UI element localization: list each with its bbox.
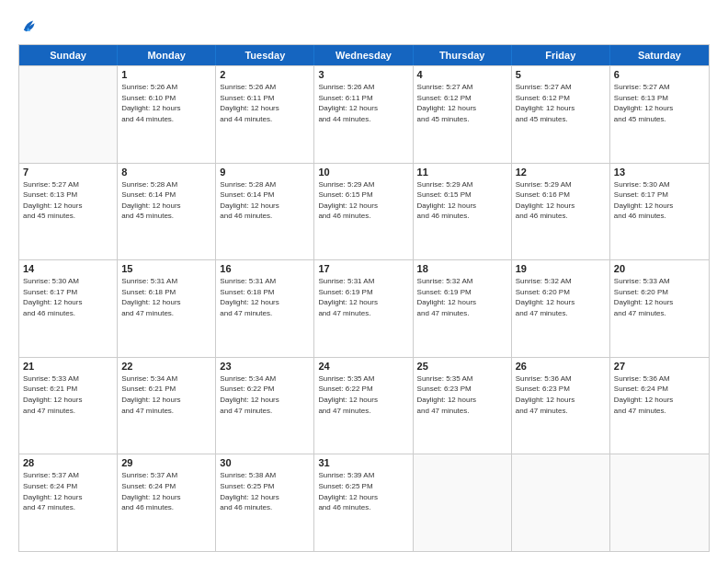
day-info: Sunrise: 5:36 AM Sunset: 6:24 PM Dayligh…	[614, 373, 705, 416]
cal-week-3: 14Sunrise: 5:30 AM Sunset: 6:17 PM Dayli…	[19, 259, 709, 357]
calendar-body: 1Sunrise: 5:26 AM Sunset: 6:10 PM Daylig…	[19, 65, 709, 551]
day-info: Sunrise: 5:36 AM Sunset: 6:23 PM Dayligh…	[516, 373, 606, 416]
cal-cell: 3Sunrise: 5:26 AM Sunset: 6:11 PM Daylig…	[314, 66, 413, 163]
cal-week-2: 7Sunrise: 5:27 AM Sunset: 6:13 PM Daylig…	[19, 163, 709, 260]
page: SundayMondayTuesdayWednesdayThursdayFrid…	[0, 0, 728, 563]
day-info: Sunrise: 5:27 AM Sunset: 6:12 PM Dayligh…	[516, 82, 606, 124]
day-info: Sunrise: 5:29 AM Sunset: 6:15 PM Dayligh…	[417, 179, 507, 222]
day-number: 26	[516, 361, 606, 372]
cal-cell: 21Sunrise: 5:33 AM Sunset: 6:21 PM Dayli…	[19, 358, 118, 454]
day-info: Sunrise: 5:28 AM Sunset: 6:14 PM Dayligh…	[121, 179, 211, 222]
day-info: Sunrise: 5:34 AM Sunset: 6:21 PM Dayligh…	[121, 373, 211, 416]
day-number: 16	[220, 263, 310, 274]
header	[18, 17, 710, 37]
day-info: Sunrise: 5:30 AM Sunset: 6:17 PM Dayligh…	[614, 179, 705, 222]
cal-cell: 14Sunrise: 5:30 AM Sunset: 6:17 PM Dayli…	[19, 260, 118, 357]
logo-bird-icon	[18, 17, 39, 37]
day-info: Sunrise: 5:31 AM Sunset: 6:19 PM Dayligh…	[318, 276, 408, 318]
day-info: Sunrise: 5:33 AM Sunset: 6:21 PM Dayligh…	[23, 373, 113, 416]
cal-cell: 4Sunrise: 5:27 AM Sunset: 6:12 PM Daylig…	[414, 66, 512, 163]
day-info: Sunrise: 5:34 AM Sunset: 6:22 PM Dayligh…	[220, 373, 310, 416]
day-info: Sunrise: 5:39 AM Sunset: 6:25 PM Dayligh…	[318, 470, 408, 512]
cal-cell: 13Sunrise: 5:30 AM Sunset: 6:17 PM Dayli…	[610, 164, 709, 260]
day-info: Sunrise: 5:35 AM Sunset: 6:23 PM Dayligh…	[417, 373, 507, 416]
day-number: 29	[121, 457, 211, 468]
cal-cell: 22Sunrise: 5:34 AM Sunset: 6:21 PM Dayli…	[118, 358, 216, 454]
day-number: 24	[318, 361, 408, 372]
calendar: SundayMondayTuesdayWednesdayThursdayFrid…	[18, 44, 710, 552]
cal-cell	[512, 454, 610, 551]
day-number: 17	[318, 263, 408, 274]
cal-cell	[610, 454, 709, 551]
day-number: 10	[318, 167, 408, 178]
cal-cell: 18Sunrise: 5:32 AM Sunset: 6:19 PM Dayli…	[414, 260, 512, 357]
cal-cell: 29Sunrise: 5:37 AM Sunset: 6:24 PM Dayli…	[118, 454, 216, 551]
cal-header-thursday: Thursday	[414, 45, 512, 65]
cal-header-sunday: Sunday	[19, 45, 118, 65]
cal-cell: 10Sunrise: 5:29 AM Sunset: 6:15 PM Dayli…	[314, 164, 413, 260]
day-number: 5	[516, 69, 606, 80]
cal-header-wednesday: Wednesday	[314, 45, 413, 65]
cal-cell: 16Sunrise: 5:31 AM Sunset: 6:18 PM Dayli…	[216, 260, 314, 357]
day-number: 1	[121, 69, 211, 80]
cal-cell: 28Sunrise: 5:37 AM Sunset: 6:24 PM Dayli…	[19, 454, 118, 551]
cal-cell: 9Sunrise: 5:28 AM Sunset: 6:14 PM Daylig…	[216, 164, 314, 260]
cal-cell: 7Sunrise: 5:27 AM Sunset: 6:13 PM Daylig…	[19, 164, 118, 260]
day-info: Sunrise: 5:26 AM Sunset: 6:10 PM Dayligh…	[121, 82, 211, 124]
cal-header-monday: Monday	[118, 45, 216, 65]
cal-cell	[19, 66, 118, 163]
day-info: Sunrise: 5:27 AM Sunset: 6:13 PM Dayligh…	[23, 179, 113, 222]
day-number: 30	[220, 457, 310, 468]
cal-week-4: 21Sunrise: 5:33 AM Sunset: 6:21 PM Dayli…	[19, 357, 709, 454]
day-number: 12	[516, 167, 606, 178]
cal-cell: 1Sunrise: 5:26 AM Sunset: 6:10 PM Daylig…	[118, 66, 216, 163]
day-number: 9	[220, 167, 310, 178]
day-info: Sunrise: 5:33 AM Sunset: 6:20 PM Dayligh…	[614, 276, 705, 318]
day-info: Sunrise: 5:26 AM Sunset: 6:11 PM Dayligh…	[220, 82, 310, 124]
day-number: 7	[23, 167, 113, 178]
day-number: 15	[121, 263, 211, 274]
cal-header-friday: Friday	[512, 45, 610, 65]
cal-week-5: 28Sunrise: 5:37 AM Sunset: 6:24 PM Dayli…	[19, 454, 709, 551]
day-number: 2	[220, 69, 310, 80]
cal-cell: 19Sunrise: 5:32 AM Sunset: 6:20 PM Dayli…	[512, 260, 610, 357]
day-info: Sunrise: 5:32 AM Sunset: 6:20 PM Dayligh…	[516, 276, 606, 318]
day-number: 22	[121, 361, 211, 372]
day-number: 11	[417, 167, 507, 178]
cal-cell: 20Sunrise: 5:33 AM Sunset: 6:20 PM Dayli…	[610, 260, 709, 357]
day-number: 8	[121, 167, 211, 178]
cal-cell	[414, 454, 512, 551]
day-info: Sunrise: 5:32 AM Sunset: 6:19 PM Dayligh…	[417, 276, 507, 318]
day-info: Sunrise: 5:28 AM Sunset: 6:14 PM Dayligh…	[220, 179, 310, 222]
day-info: Sunrise: 5:29 AM Sunset: 6:15 PM Dayligh…	[318, 179, 408, 222]
cal-cell: 12Sunrise: 5:29 AM Sunset: 6:16 PM Dayli…	[512, 164, 610, 260]
day-number: 6	[614, 69, 705, 80]
cal-cell: 24Sunrise: 5:35 AM Sunset: 6:22 PM Dayli…	[314, 358, 413, 454]
day-number: 27	[614, 361, 705, 372]
day-info: Sunrise: 5:37 AM Sunset: 6:24 PM Dayligh…	[121, 470, 211, 512]
cal-week-1: 1Sunrise: 5:26 AM Sunset: 6:10 PM Daylig…	[19, 65, 709, 163]
day-number: 31	[318, 457, 408, 468]
day-number: 20	[614, 263, 705, 274]
day-info: Sunrise: 5:27 AM Sunset: 6:12 PM Dayligh…	[417, 82, 507, 124]
day-info: Sunrise: 5:31 AM Sunset: 6:18 PM Dayligh…	[121, 276, 211, 318]
day-info: Sunrise: 5:38 AM Sunset: 6:25 PM Dayligh…	[220, 470, 310, 512]
cal-cell: 8Sunrise: 5:28 AM Sunset: 6:14 PM Daylig…	[118, 164, 216, 260]
day-number: 28	[23, 457, 113, 468]
cal-cell: 5Sunrise: 5:27 AM Sunset: 6:12 PM Daylig…	[512, 66, 610, 163]
day-info: Sunrise: 5:37 AM Sunset: 6:24 PM Dayligh…	[23, 470, 113, 512]
cal-cell: 25Sunrise: 5:35 AM Sunset: 6:23 PM Dayli…	[414, 358, 512, 454]
cal-header-tuesday: Tuesday	[216, 45, 314, 65]
day-number: 18	[417, 263, 507, 274]
cal-cell: 30Sunrise: 5:38 AM Sunset: 6:25 PM Dayli…	[216, 454, 314, 551]
day-info: Sunrise: 5:35 AM Sunset: 6:22 PM Dayligh…	[318, 373, 408, 416]
day-number: 23	[220, 361, 310, 372]
cal-cell: 31Sunrise: 5:39 AM Sunset: 6:25 PM Dayli…	[314, 454, 413, 551]
day-number: 3	[318, 69, 408, 80]
cal-cell: 15Sunrise: 5:31 AM Sunset: 6:18 PM Dayli…	[118, 260, 216, 357]
cal-cell: 2Sunrise: 5:26 AM Sunset: 6:11 PM Daylig…	[216, 66, 314, 163]
cal-cell: 11Sunrise: 5:29 AM Sunset: 6:15 PM Dayli…	[414, 164, 512, 260]
day-info: Sunrise: 5:30 AM Sunset: 6:17 PM Dayligh…	[23, 276, 113, 318]
cal-cell: 6Sunrise: 5:27 AM Sunset: 6:13 PM Daylig…	[610, 66, 709, 163]
day-number: 21	[23, 361, 113, 372]
